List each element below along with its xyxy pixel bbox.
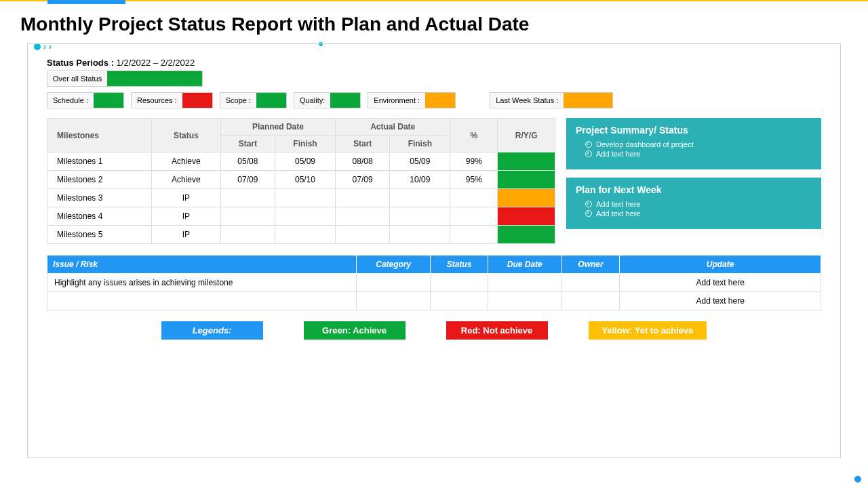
issues-th: Update	[620, 256, 821, 274]
ms-ryg	[498, 207, 555, 226]
report-frame: Status Periods : 1/2/2022 – 2/2/2022 Ove…	[27, 43, 841, 458]
legend-title: Legends:	[161, 321, 263, 340]
issue-status	[431, 274, 488, 292]
table-row: Highlight any issues arises in achieving…	[47, 274, 821, 292]
kpi-swatch	[94, 93, 123, 108]
th-status: Status	[152, 119, 221, 152]
ms-ryg	[498, 189, 555, 207]
legend-red: Red: Not achieve	[446, 321, 548, 340]
legend-green: Green: Achieve	[304, 321, 406, 340]
issue-text	[47, 292, 357, 310]
kpi-environment: Environment :	[368, 92, 456, 108]
ms-astart	[336, 226, 390, 244]
summary-title: Project Summary/ Status	[576, 125, 812, 136]
table-row: Milestones 5IP	[47, 226, 555, 244]
kpi-label: Schedule :	[47, 94, 94, 107]
table-row: Milestones 1Achieve05/0805/0908/0805/099…	[47, 152, 555, 171]
issues-th: Category	[357, 256, 431, 274]
top-blue-accent	[47, 0, 125, 4]
ms-pstart: 07/09	[220, 171, 275, 189]
legends-row: Legends: Green: Achieve Red: Not achieve…	[47, 321, 821, 340]
ms-pfinish: 05/10	[275, 171, 335, 189]
ms-pstart	[220, 189, 275, 207]
ms-name: Milestones 3	[47, 189, 152, 207]
ms-pfinish	[275, 226, 335, 244]
kpi-label: Last Week Status :	[490, 94, 564, 107]
issues-table: Issue / RiskCategoryStatusDue DateOwnerU…	[47, 255, 821, 310]
bullet-icon	[585, 150, 592, 157]
overall-label: Over all Status	[47, 72, 107, 85]
page-title: Monthly Project Status Report with Plan …	[0, 1, 868, 43]
status-periods-label: Status Periods :	[47, 58, 114, 68]
ms-afinish	[390, 189, 450, 207]
project-summary-panel: Project Summary/ Status Develop dashboar…	[566, 118, 821, 169]
overall-status: Over all Status	[47, 70, 203, 87]
ms-afinish: 05/09	[390, 152, 450, 171]
issues-th: Status	[431, 256, 488, 274]
panel-item-text: Add text here	[596, 209, 640, 218]
kpi-swatch	[564, 93, 612, 108]
panel-item-text: Add text here	[596, 150, 640, 158]
th-actual: Actual Date	[336, 119, 450, 136]
th-afinish: Finish	[390, 136, 450, 152]
ms-pct: 99%	[450, 152, 498, 171]
issues-th: Owner	[561, 256, 620, 274]
ms-pfinish	[275, 207, 335, 226]
ms-ryg	[498, 226, 555, 244]
issue-update: Add text here	[620, 292, 821, 310]
issue-text: Highlight any issues arises in achieving…	[47, 274, 357, 292]
kpi-label: Environment :	[368, 94, 425, 107]
issues-th: Due Date	[488, 256, 561, 274]
ms-name: Milestones 2	[47, 171, 152, 189]
ms-afinish: 10/09	[390, 171, 450, 189]
issue-cat	[357, 292, 431, 310]
ms-ryg	[498, 171, 555, 189]
ms-pct	[450, 189, 498, 207]
kpi-bar: Schedule :Resources :Scope :Quality:Envi…	[47, 92, 821, 108]
table-row: Milestones 2Achieve07/0905/1007/0910/099…	[47, 171, 555, 189]
panel-item: Add text here	[576, 209, 812, 218]
ms-pstart: 05/08	[220, 152, 275, 171]
issue-status	[431, 292, 488, 310]
ms-name: Milestones 5	[47, 226, 152, 244]
milestones-table: Milestones Status Planned Date Actual Da…	[47, 118, 555, 244]
panel-item-text: Develop dashboard of project	[596, 140, 694, 148]
ms-afinish	[390, 226, 450, 244]
plan-next-week-panel: Plan for Next Week Add text hereAdd text…	[566, 178, 821, 229]
ms-status: IP	[152, 189, 221, 207]
legend-yellow: Yellow: Yet to achieve	[589, 321, 707, 340]
ms-afinish	[390, 207, 450, 226]
issue-due	[488, 292, 561, 310]
ms-pstart	[220, 207, 275, 226]
overall-swatch	[107, 71, 202, 86]
ms-astart	[336, 207, 390, 226]
ms-status: Achieve	[152, 152, 221, 171]
th-pct: %	[450, 119, 498, 152]
issue-due	[488, 274, 561, 292]
ms-astart: 07/09	[336, 171, 390, 189]
status-periods-value: 1/2/2022 – 2/2/2022	[117, 58, 195, 68]
th-milestones: Milestones	[47, 119, 152, 152]
kpi-scope: Scope :	[220, 92, 287, 108]
ms-pct: 95%	[450, 171, 498, 189]
ms-pstart	[220, 226, 275, 244]
ms-status: Achieve	[152, 171, 221, 189]
issues-th: Issue / Risk	[47, 256, 357, 274]
issue-owner	[561, 274, 620, 292]
bullet-icon	[585, 201, 592, 207]
issue-owner	[561, 292, 620, 310]
th-astart: Start	[336, 136, 390, 152]
ms-pfinish: 05/09	[275, 152, 335, 171]
kpi-swatch	[330, 93, 360, 108]
ms-astart: 08/08	[336, 152, 390, 171]
ms-ryg	[498, 152, 555, 171]
bullet-icon	[585, 210, 592, 217]
ms-name: Milestones 4	[47, 207, 152, 226]
kpi-swatch	[182, 93, 212, 108]
status-periods: Status Periods : 1/2/2022 – 2/2/2022	[47, 58, 821, 68]
table-row: Milestones 3IP	[47, 189, 555, 207]
ms-status: IP	[152, 226, 221, 244]
th-pstart: Start	[220, 136, 275, 152]
panel-item: Add text here	[576, 149, 812, 159]
ms-pfinish	[275, 189, 335, 207]
